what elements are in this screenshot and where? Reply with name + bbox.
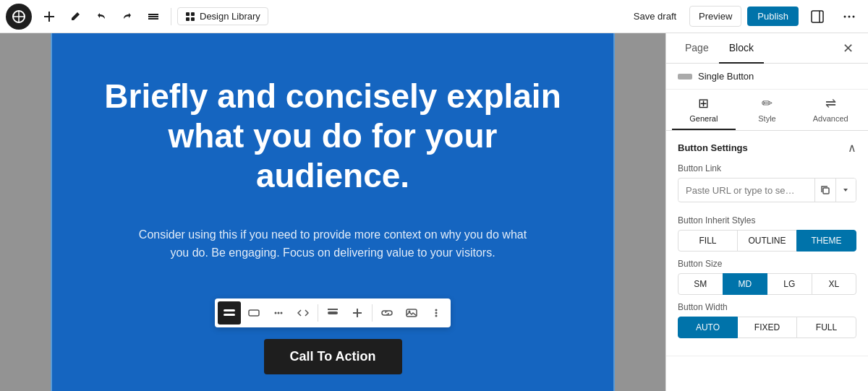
button-settings-title: Button Settings — [678, 142, 748, 153]
width-full-button[interactable]: FULL — [796, 317, 856, 338]
size-sm-button[interactable]: SM — [678, 273, 723, 295]
general-icon: ⊞ — [698, 95, 709, 111]
cta-button[interactable]: Call To Action — [264, 339, 402, 374]
add-block-button[interactable] — [38, 5, 61, 28]
main-area: Briefly and concisely explain what you d… — [0, 33, 868, 391]
svg-rect-10 — [186, 17, 190, 21]
url-input-row — [678, 178, 856, 202]
top-toolbar: Design Library Save draft Preview Publis… — [0, 0, 868, 33]
svg-rect-23 — [328, 311, 338, 314]
svg-rect-24 — [328, 309, 338, 310]
svg-rect-6 — [148, 16, 158, 17]
inherit-outline-button[interactable]: OUTLINE — [737, 230, 797, 252]
svg-rect-18 — [224, 314, 235, 316]
button-size-group: SM MD LG XL — [678, 273, 856, 295]
svg-point-21 — [278, 311, 280, 314]
hero-title[interactable]: Briefly and concisely explain what you d… — [94, 77, 571, 197]
toolbar-separator — [171, 8, 171, 25]
width-fixed-button[interactable]: FIXED — [737, 317, 797, 338]
sidebar-toggle-button[interactable] — [804, 4, 830, 30]
width-auto-button[interactable]: AUTO — [678, 317, 738, 338]
button-link-tool[interactable] — [375, 301, 399, 325]
button-link-label: Button Link — [678, 163, 856, 173]
more-tools-button[interactable] — [836, 4, 862, 30]
block-label-row: Single Button — [666, 64, 868, 90]
sub-tab-general[interactable]: ⊞ General — [672, 90, 736, 130]
svg-rect-26 — [353, 312, 362, 314]
button-inherit-label: Button Inherit Styles — [678, 215, 856, 225]
section-header: Button Settings ∧ — [678, 141, 856, 155]
svg-rect-8 — [186, 12, 190, 16]
section-collapse-button[interactable]: ∧ — [848, 141, 856, 155]
wp-logo[interactable] — [6, 4, 32, 30]
url-input[interactable] — [678, 180, 814, 201]
svg-point-15 — [848, 15, 851, 17]
sub-tab-style[interactable]: ✏ Style — [736, 90, 799, 130]
style-icon: ✏ — [762, 95, 773, 111]
publish-button[interactable]: Publish — [747, 7, 799, 26]
inherit-theme-button[interactable]: THEME — [796, 230, 856, 252]
svg-point-16 — [853, 15, 855, 17]
edit-tool-button[interactable] — [64, 5, 87, 28]
sub-tab-general-label: General — [689, 114, 718, 123]
canvas: Briefly and concisely explain what you d… — [0, 33, 665, 391]
svg-rect-19 — [249, 310, 259, 316]
block-name: Single Button — [698, 71, 754, 82]
size-lg-button[interactable]: LG — [767, 273, 812, 295]
list-view-button[interactable] — [142, 5, 165, 28]
svg-point-30 — [435, 311, 438, 314]
advanced-icon: ⇌ — [825, 95, 836, 111]
tab-page[interactable]: Page — [675, 33, 719, 64]
url-copy-button[interactable] — [814, 179, 835, 202]
svg-rect-7 — [148, 18, 158, 20]
button-style-tool[interactable] — [242, 301, 265, 325]
button-dots-tool[interactable] — [267, 301, 290, 325]
undo-button[interactable] — [90, 5, 113, 28]
tool-separator-1 — [318, 304, 318, 322]
panel-tabs: Page Block ✕ — [666, 33, 868, 64]
panel-close-button[interactable]: ✕ — [836, 37, 859, 60]
sub-tab-advanced[interactable]: ⇌ Advanced — [799, 90, 862, 130]
svg-rect-17 — [224, 309, 235, 311]
preview-button[interactable]: Preview — [689, 6, 741, 27]
tab-block[interactable]: Block — [719, 33, 764, 64]
svg-point-31 — [435, 314, 438, 317]
size-md-button[interactable]: MD — [723, 273, 768, 295]
button-more-tool[interactable] — [425, 301, 448, 325]
svg-rect-32 — [823, 188, 829, 194]
panel-sub-tabs: ⊞ General ✏ Style ⇌ Advanced — [666, 90, 868, 131]
svg-point-20 — [275, 311, 277, 314]
button-align-left-tool[interactable] — [321, 301, 344, 325]
svg-point-29 — [435, 309, 438, 311]
sub-tab-advanced-label: Advanced — [813, 114, 848, 123]
button-add-tool[interactable] — [346, 301, 369, 325]
save-draft-button[interactable]: Save draft — [626, 7, 684, 26]
right-panel: Page Block ✕ Single Button ⊞ General ✏ S… — [665, 33, 868, 391]
button-width-group: AUTO FIXED FULL — [678, 317, 856, 338]
redo-button[interactable] — [116, 5, 139, 28]
svg-point-22 — [281, 311, 283, 314]
design-library-button[interactable]: Design Library — [177, 7, 268, 25]
toolbar-right: Save draft Preview Publish — [626, 4, 862, 30]
url-dropdown-button[interactable] — [835, 179, 856, 202]
svg-rect-5 — [148, 14, 158, 15]
button-code-tool[interactable] — [292, 301, 315, 325]
button-width-label: Button Width — [678, 302, 856, 312]
design-library-label: Design Library — [200, 11, 260, 22]
size-xl-button[interactable]: XL — [812, 273, 857, 295]
sub-tab-style-label: Style — [758, 114, 775, 123]
button-toolbar — [215, 298, 451, 327]
button-settings-section: Button Settings ∧ Button Link — [666, 131, 868, 356]
svg-rect-11 — [191, 17, 195, 21]
canvas-content: Briefly and concisely explain what you d… — [51, 33, 615, 391]
inherit-fill-button[interactable]: FILL — [678, 230, 738, 252]
hero-description[interactable]: Consider using this if you need to provi… — [130, 225, 535, 262]
button-image-tool[interactable] — [400, 301, 423, 325]
svg-rect-4 — [44, 16, 54, 17]
tool-separator-2 — [372, 304, 373, 322]
svg-rect-12 — [812, 11, 823, 22]
button-align-tool[interactable] — [218, 301, 241, 325]
button-size-label: Button Size — [678, 259, 856, 269]
block-icon — [678, 74, 692, 80]
button-inherit-group: FILL OUTLINE THEME — [678, 230, 856, 252]
